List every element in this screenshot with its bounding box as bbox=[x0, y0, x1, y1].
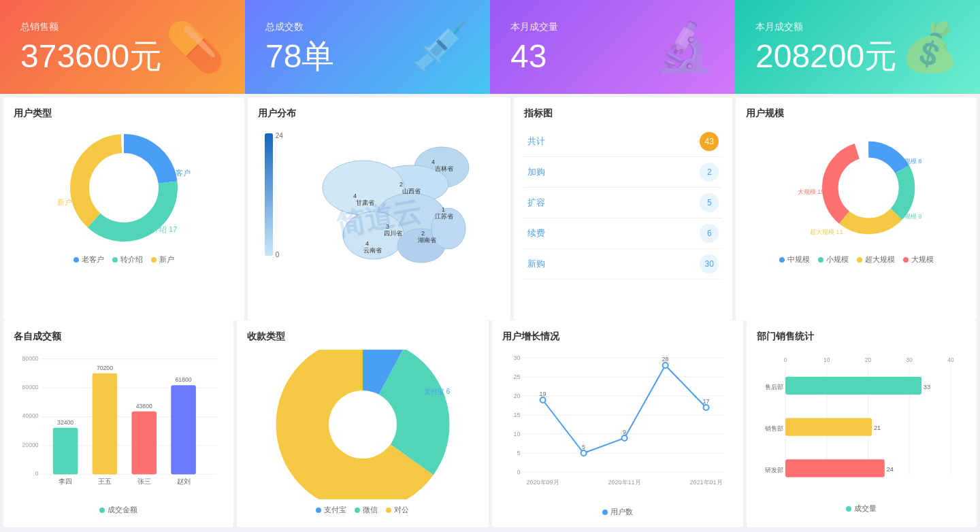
user-scale-donut-container: 中规模 8 小规模 9 超大规模 11 大规模 15 中规模 小规模 bbox=[746, 127, 966, 265]
user-type-donut-svg: 老客户 10 新户 16 转介绍 17 bbox=[56, 127, 192, 249]
svg-text:40000: 40000 bbox=[22, 412, 39, 419]
kpi-value-monthly-qty: 43 bbox=[510, 40, 558, 73]
kpi-value-orders: 78单 bbox=[265, 40, 334, 73]
legend-dot-users bbox=[602, 510, 608, 515]
svg-text:2020年09月: 2020年09月 bbox=[526, 479, 559, 486]
indicator-value-renew: 6 bbox=[700, 224, 719, 243]
user-type-legend: 老客户 转介绍 新户 bbox=[74, 254, 174, 265]
kpi-icon-monthly-sales: 💰 bbox=[900, 19, 960, 75]
dept-sales-title: 部门销售统计 bbox=[757, 331, 966, 343]
legend-dot-corp bbox=[386, 508, 391, 513]
legend-deals: 成交量 bbox=[846, 503, 877, 514]
svg-text:0: 0 bbox=[35, 470, 39, 477]
scale-label-mid: 中规模 8 bbox=[898, 158, 922, 165]
point-sep bbox=[540, 397, 545, 403]
legend-label-mid: 中规模 bbox=[787, 254, 810, 265]
bar-wangwu bbox=[93, 373, 118, 474]
bar-lisi bbox=[53, 428, 78, 474]
kpi-value-monthly-sales: 208200元 bbox=[755, 40, 897, 73]
legend-label-alipay: 支付宝 bbox=[324, 505, 346, 515]
legend-dot-large bbox=[903, 257, 909, 263]
legend-label-deals: 成交量 bbox=[854, 503, 877, 514]
point-dec bbox=[662, 363, 668, 368]
svg-text:云南省: 云南省 bbox=[363, 247, 382, 254]
map-label-jilin: 4 bbox=[431, 159, 435, 165]
bar-zhaoliu bbox=[171, 385, 196, 474]
map-label-yunnan: 4 bbox=[365, 240, 369, 247]
bar-sales-dept3 bbox=[785, 459, 885, 477]
bar-chart-title: 各自成交额 bbox=[14, 331, 223, 343]
indicator-label-expand: 扩容 bbox=[527, 197, 545, 209]
map-label-shanxi: 2 bbox=[399, 181, 403, 188]
kpi-label-monthly-sales: 本月成交额 bbox=[755, 21, 897, 33]
legend-wechat: 微信 bbox=[355, 505, 378, 515]
legend-label-large: 大规模 bbox=[911, 254, 934, 265]
legend-label-small: 小规模 bbox=[826, 254, 849, 265]
legend-dot-small bbox=[818, 257, 823, 263]
svg-text:20000: 20000 bbox=[22, 442, 39, 448]
svg-text:17: 17 bbox=[702, 398, 709, 405]
user-type-card: 用户类型 老客户 10 新户 16 转介绍 17 bbox=[3, 97, 244, 320]
legend-label-xlarge: 超大规模 bbox=[865, 254, 895, 265]
svg-text:张三: 张三 bbox=[137, 478, 151, 485]
indicator-value-total: 43 bbox=[700, 132, 719, 151]
kpi-label-sales: 总销售额 bbox=[20, 21, 162, 33]
map-label-sichuan: 3 bbox=[386, 223, 389, 230]
legend-users: 用户数 bbox=[602, 507, 633, 517]
scale-label-large: 大规模 15 bbox=[798, 188, 825, 195]
user-type-donut-container: 老客户 10 新户 16 转介绍 17 老客户 转介绍 新户 bbox=[14, 127, 234, 265]
legend-label-users: 用户数 bbox=[610, 507, 633, 517]
kpi-row: 总销售额 373600元 💊 总成交数 78单 💉 本月成交量 43 🔬 本月成… bbox=[0, 0, 980, 94]
legend-dot-mid bbox=[779, 257, 785, 263]
pie-label-wechat: 微信 21 bbox=[421, 442, 444, 450]
legend-ref: 转介绍 bbox=[112, 254, 143, 265]
svg-text:销售部: 销售部 bbox=[764, 425, 783, 432]
user-dist-title: 用户分布 bbox=[258, 107, 500, 120]
svg-text:24: 24 bbox=[886, 466, 893, 473]
legend-small: 小规模 bbox=[818, 254, 849, 265]
legend-dot-old bbox=[74, 257, 79, 263]
pie-label-corp: 对公 51 bbox=[284, 459, 308, 467]
legend-new: 新户 bbox=[151, 254, 174, 265]
kpi-card-orders: 总成交数 78单 💉 bbox=[245, 0, 490, 94]
svg-text:0: 0 bbox=[783, 356, 787, 363]
dept-sales-card: 部门销售统计 0 10 20 30 40 售后部 bbox=[747, 320, 977, 527]
bar-chart-legend: 成交金额 bbox=[14, 505, 223, 515]
svg-text:40: 40 bbox=[947, 356, 954, 363]
user-scale-legend: 中规模 小规模 超大规模 大规模 bbox=[779, 254, 934, 265]
svg-text:江苏省: 江苏省 bbox=[435, 213, 453, 220]
indicator-value-addcart: 2 bbox=[700, 163, 719, 182]
growth-title: 用户增长情况 bbox=[502, 331, 733, 343]
svg-text:21: 21 bbox=[874, 425, 881, 431]
map-label-gansu: 4 bbox=[353, 193, 357, 199]
bar-sales-dept2 bbox=[785, 418, 872, 435]
indicator-value-expand: 5 bbox=[700, 193, 719, 212]
bar-zhangsan bbox=[131, 412, 157, 474]
chart-row-2: 各自成交额 80000 60000 40000 20000 0 bbox=[0, 320, 980, 527]
legend-label-wechat: 微信 bbox=[363, 505, 378, 515]
pie-label-alipay: 支付宝 6 bbox=[424, 388, 451, 395]
svg-text:60000: 60000 bbox=[22, 384, 39, 390]
legend-corp: 对公 bbox=[386, 505, 409, 515]
svg-text:20: 20 bbox=[513, 393, 520, 399]
indicator-label-renew: 续费 bbox=[527, 227, 545, 239]
svg-text:甘肃省: 甘肃省 bbox=[356, 199, 374, 206]
svg-text:25: 25 bbox=[513, 373, 520, 380]
scale-bar bbox=[265, 133, 273, 256]
indicator-value-newbuy: 30 bbox=[700, 254, 719, 273]
svg-text:30: 30 bbox=[513, 354, 520, 361]
user-scale-donut-svg: 中规模 8 小规模 9 超大规模 11 大规模 15 bbox=[788, 127, 924, 249]
user-scale-title: 用户规模 bbox=[746, 107, 966, 120]
scale-label-xlarge: 超大规模 11 bbox=[810, 229, 843, 235]
legend-label-old: 老客户 bbox=[82, 254, 104, 265]
indicator-row-newbuy: 新购 30 bbox=[524, 249, 722, 280]
kpi-icon-orders: 💉 bbox=[410, 19, 470, 75]
svg-text:研发部: 研发部 bbox=[765, 467, 783, 473]
user-type-label-ref: 转介绍 17 bbox=[144, 225, 177, 233]
svg-text:28: 28 bbox=[662, 356, 668, 363]
legend-old: 老客户 bbox=[74, 254, 104, 265]
bar-sales-dept1 bbox=[785, 377, 921, 395]
growth-legend: 用户数 bbox=[502, 507, 733, 517]
legend-dot-new bbox=[151, 257, 157, 263]
svg-text:43800: 43800 bbox=[136, 403, 152, 410]
